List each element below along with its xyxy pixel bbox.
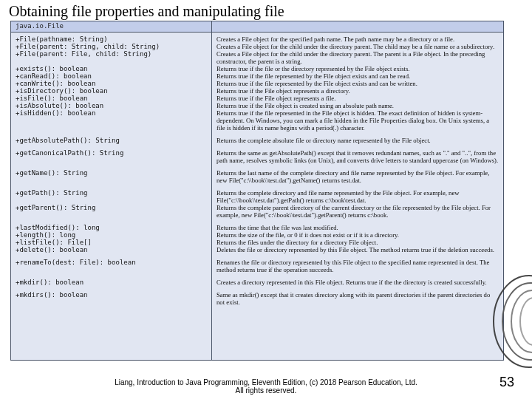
- method-signature: +delete(): boolean: [16, 246, 207, 253]
- method-description: Creates a directory represented in this …: [216, 279, 499, 286]
- method-description: Returns the size of the file, or 0 if it…: [216, 231, 499, 239]
- table-header-empty: [212, 21, 503, 32]
- method-signature: +renameTo(dest: File): boolean: [16, 259, 207, 273]
- footer: Liang, Introduction to Java Programming,…: [0, 378, 532, 395]
- svg-point-2: [511, 290, 532, 352]
- svg-point-3: [520, 298, 532, 345]
- uml-table: java.io.File +File(pathname: String)+Fil…: [10, 21, 504, 361]
- method-signature: +exists(): boolean: [16, 65, 207, 72]
- method-description: Returns true if the File object represen…: [216, 95, 499, 102]
- signature-column: +File(pathname: String)+File(parent: Str…: [11, 33, 212, 360]
- method-signature: +File(pathname: String): [16, 35, 207, 43]
- method-signature: +listFile(): File[]: [16, 239, 207, 246]
- method-signature: +File(parent: String, child: String): [16, 43, 207, 50]
- method-signature: +isDirectory(): boolean: [16, 87, 207, 95]
- table-body: +File(pathname: String)+File(parent: Str…: [11, 33, 503, 360]
- method-description: Returns true if the file represented by …: [216, 80, 499, 87]
- method-description: Returns the same as getAbsolutePath() ex…: [216, 149, 499, 164]
- method-signature: +getPath(): String: [16, 189, 207, 204]
- method-signature: +File(parent: File, child: String): [16, 50, 207, 65]
- method-signature: +isFile(): boolean: [16, 95, 207, 102]
- method-signature: +lastModified(): long: [16, 224, 207, 231]
- method-signature: +getName(): String: [16, 169, 207, 184]
- table-header-row: java.io.File: [11, 21, 503, 33]
- footer-line2: All rights reserved.: [236, 386, 297, 395]
- page-number: 53: [499, 375, 514, 390]
- method-description: Deletes the file or directory represente…: [216, 246, 499, 253]
- method-signature: +canRead(): boolean: [16, 72, 207, 80]
- svg-point-1: [502, 283, 532, 360]
- method-signature: +mkdir(): boolean: [16, 279, 207, 286]
- slide-title: Obtaining file properties and manipulati…: [9, 3, 284, 20]
- method-signature: +getCanonicalPath(): String: [16, 149, 207, 164]
- method-signature: +isHidden(): boolean: [16, 109, 207, 132]
- table-header-classname: java.io.File: [11, 21, 212, 32]
- method-description: Same as mkdir() except that it creates d…: [216, 291, 499, 306]
- method-signature: +length(): long: [16, 231, 207, 239]
- method-description: Returns the files under the directory fo…: [216, 239, 499, 246]
- method-description: Returns the time that the file was last …: [216, 224, 499, 231]
- method-description: Returns the complete absolute file or di…: [216, 137, 499, 144]
- method-description: Renames the file or directory represente…: [216, 259, 499, 273]
- method-description: Returns the complete directory and file …: [216, 189, 499, 204]
- method-description: Returns true if the File object is creat…: [216, 102, 499, 109]
- method-description: Returns true if the File object represen…: [216, 87, 499, 95]
- method-signature: +getParent(): String: [16, 204, 207, 219]
- method-signature: +mkdirs(): boolean: [16, 291, 207, 306]
- method-description: Returns true if the file or the director…: [216, 65, 499, 72]
- method-description: Returns true if the file represented in …: [216, 109, 499, 132]
- method-description: Creates a File object for the child unde…: [216, 43, 499, 50]
- method-signature: +getAbsolutePath(): String: [16, 137, 207, 144]
- slide: Obtaining file properties and manipulati…: [0, 0, 532, 399]
- method-description: Creates a File object for the specified …: [216, 35, 499, 43]
- description-column: Creates a File object for the specified …: [212, 33, 503, 360]
- method-description: Returns the complete parent directory of…: [216, 204, 499, 219]
- method-signature: +isAbsolute(): boolean: [16, 102, 207, 109]
- method-description: Creates a File object for the child unde…: [216, 50, 499, 65]
- method-description: Returns the last name of the complete di…: [216, 169, 499, 184]
- method-description: Returns true if the file represented by …: [216, 72, 499, 80]
- method-signature: +canWrite(): boolean: [16, 80, 207, 87]
- footer-line1: Liang, Introduction to Java Programming,…: [115, 378, 417, 386]
